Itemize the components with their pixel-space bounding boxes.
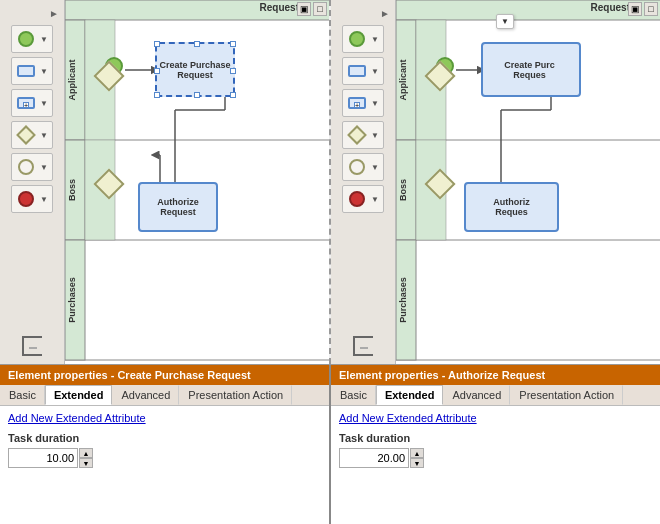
- task-tool-r[interactable]: ▼: [342, 57, 384, 85]
- task-shape: [16, 63, 36, 79]
- right-panel-content: Add New Extended Attribute Task duration…: [331, 406, 660, 524]
- right-diagram-header: Request: [591, 2, 630, 13]
- authorize-request-node-left[interactable]: Authorize Request: [138, 182, 218, 232]
- intermediate-shape: [16, 159, 36, 175]
- svg-rect-6: [65, 240, 85, 360]
- subprocess-tool[interactable]: + ▼: [11, 89, 53, 117]
- restore-btn-right[interactable]: ▣: [628, 2, 642, 16]
- left-diagram-panel: ► ▼ ▼ +: [0, 0, 331, 364]
- tab-advanced-left[interactable]: Advanced: [112, 385, 179, 405]
- properties-row: Element properties - Create Purchase Req…: [0, 365, 660, 524]
- left-diagram-canvas: Request ▣ □ Applicant: [65, 0, 329, 364]
- spinner-down-right[interactable]: ▼: [410, 458, 424, 468]
- start-event-tool-r[interactable]: ▼: [342, 25, 384, 53]
- right-properties-panel: Element properties - Authorize Request B…: [331, 365, 660, 524]
- add-attr-link-left[interactable]: Add New Extended Attribute: [8, 412, 321, 424]
- tool-arrow-3: ▼: [40, 99, 48, 108]
- end-event-tool[interactable]: ▼: [11, 185, 53, 213]
- gateway-shape: [16, 127, 36, 143]
- annotation-tool[interactable]: [22, 336, 42, 356]
- main-container: ► ▼ ▼ +: [0, 0, 660, 524]
- annotation-tool-r[interactable]: [353, 336, 373, 356]
- tab-advanced-right[interactable]: Advanced: [443, 385, 510, 405]
- spinner-up-left[interactable]: ▲: [79, 448, 93, 458]
- svg-text:Applicant: Applicant: [67, 59, 77, 100]
- end-event-tool-r[interactable]: ▼: [342, 185, 384, 213]
- end-shape: [16, 191, 36, 207]
- expand-btn-right[interactable]: ►: [377, 5, 393, 21]
- svg-text:Applicant: Applicant: [398, 59, 408, 100]
- tool-arrow-5: ▼: [40, 163, 48, 172]
- left-panel-title: Element properties - Create Purchase Req…: [0, 365, 329, 385]
- spinner-btns-right: ▲ ▼: [410, 448, 424, 468]
- task-duration-label-right: Task duration: [339, 432, 652, 444]
- create-purchase-request-node[interactable]: Create Purchase Request: [155, 42, 235, 97]
- spinner-up-right[interactable]: ▲: [410, 448, 424, 458]
- maximize-btn-left[interactable]: □: [313, 2, 327, 16]
- right-panel-tabs: Basic Extended Advanced Presentation Act…: [331, 385, 660, 406]
- svg-rect-22: [396, 140, 416, 240]
- right-panel-title: Element properties - Authorize Request: [331, 365, 660, 385]
- maximize-btn-right[interactable]: □: [644, 2, 658, 16]
- task-duration-spinner-left: ▲ ▼: [8, 448, 98, 468]
- svg-text:Boss: Boss: [67, 179, 77, 201]
- tab-extended-left[interactable]: Extended: [45, 385, 113, 405]
- svg-rect-2: [65, 20, 85, 140]
- task-duration-input-right[interactable]: [339, 448, 409, 468]
- tool-arrow-4: ▼: [40, 131, 48, 140]
- left-panel-content: Add New Extended Attribute Task duration…: [0, 406, 329, 524]
- task-tool[interactable]: ▼: [11, 57, 53, 85]
- add-attr-link-right[interactable]: Add New Extended Attribute: [339, 412, 652, 424]
- right-resize-btns: ▣ □: [628, 2, 658, 16]
- svg-rect-20: [396, 20, 416, 140]
- gateway-tool[interactable]: ▼: [11, 121, 53, 149]
- expand-btn-left[interactable]: ►: [46, 5, 62, 21]
- tab-presentation-right[interactable]: Presentation Action: [510, 385, 623, 405]
- svg-text:Boss: Boss: [398, 179, 408, 201]
- diagrams-row: ► ▼ ▼ +: [0, 0, 660, 365]
- svg-text:Purchases: Purchases: [398, 277, 408, 323]
- spinner-btns-left: ▲ ▼: [79, 448, 93, 468]
- intermediate-tool-r[interactable]: ▼: [342, 153, 384, 181]
- task-duration-label-left: Task duration: [8, 432, 321, 444]
- start-shape: [16, 31, 36, 47]
- task-duration-input-left[interactable]: [8, 448, 78, 468]
- right-diagram-panel: ► ▼ ▼ +: [331, 0, 660, 364]
- svg-rect-24: [396, 240, 416, 360]
- subprocess-tool-r[interactable]: + ▼: [342, 89, 384, 117]
- create-purchase-request-node-right[interactable]: Create PurcRequest: [481, 42, 581, 97]
- tool-arrow: ▼: [40, 35, 48, 44]
- tool-arrow-2: ▼: [40, 67, 48, 76]
- tooltip-right: ▼: [496, 14, 514, 29]
- tab-basic-left[interactable]: Basic: [0, 385, 45, 405]
- intermediate-tool[interactable]: ▼: [11, 153, 53, 181]
- right-diagram-canvas: Request ▣ □ Applicant Boss Purchases: [396, 0, 660, 364]
- left-tool-sidebar: ► ▼ ▼ +: [0, 0, 65, 364]
- task-duration-section-left: Task duration ▲ ▼: [8, 432, 321, 468]
- left-diagram-header: Request: [260, 2, 299, 13]
- tab-basic-right[interactable]: Basic: [331, 385, 376, 405]
- gateway-right-2: [424, 168, 455, 199]
- restore-btn-left[interactable]: ▣: [297, 2, 311, 16]
- gateway-left: [93, 168, 124, 199]
- svg-rect-4: [65, 140, 85, 240]
- tool-arrow-6: ▼: [40, 195, 48, 204]
- tab-presentation-left[interactable]: Presentation Action: [179, 385, 292, 405]
- subprocess-shape: +: [16, 95, 36, 111]
- gateway-tool-r[interactable]: ▼: [342, 121, 384, 149]
- authorize-request-node-right[interactable]: AuthorizReques: [464, 182, 559, 232]
- svg-text:Purchases: Purchases: [67, 277, 77, 323]
- task-duration-section-right: Task duration ▲ ▼: [339, 432, 652, 468]
- spinner-down-left[interactable]: ▼: [79, 458, 93, 468]
- tab-extended-right[interactable]: Extended: [376, 385, 444, 405]
- left-resize-btns: ▣ □: [297, 2, 327, 16]
- right-tool-sidebar: ► ▼ ▼ +: [331, 0, 396, 364]
- start-event-tool[interactable]: ▼: [11, 25, 53, 53]
- left-panel-tabs: Basic Extended Advanced Presentation Act…: [0, 385, 329, 406]
- left-properties-panel: Element properties - Create Purchase Req…: [0, 365, 331, 524]
- task-duration-spinner-right: ▲ ▼: [339, 448, 429, 468]
